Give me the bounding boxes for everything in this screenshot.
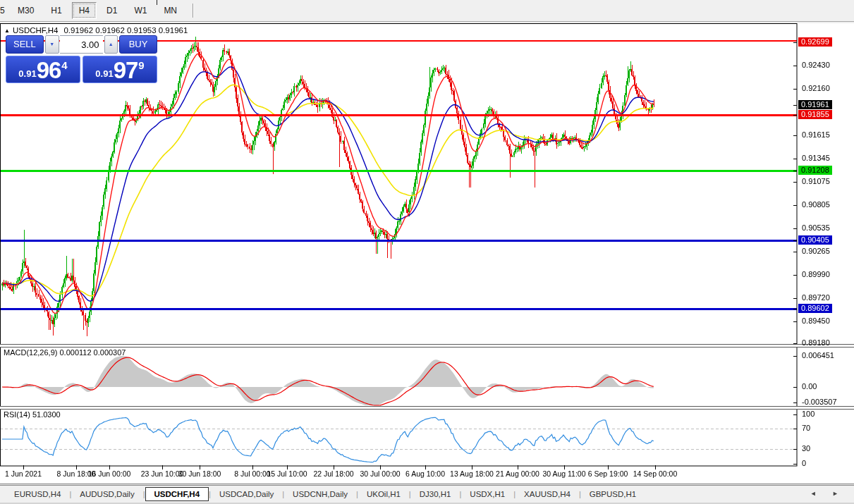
chart-tab-usdx[interactable]: USDX,H1 [461, 487, 513, 501]
timeframe-button-mn[interactable]: MN [157, 2, 184, 19]
chart-bottom-border [0, 484, 854, 484]
chart-tab-eurusd[interactable]: EURUSD,H4 [6, 487, 69, 501]
rsi-panel-separator[interactable] [0, 406, 854, 410]
volume-decrease-button[interactable]: ▼ [45, 35, 59, 54]
one-click-trading-panel: SELL ▼ ▲ BUY 0.91964 0.91979 [6, 35, 157, 83]
chart-tab-usdcnh[interactable]: USDCNH,Daily [284, 487, 356, 501]
time-axis-label: 13 Aug 18:00 [450, 469, 494, 478]
sell-price-display[interactable]: 0.91964 [6, 56, 80, 83]
timeframe-button-d1[interactable]: D1 [99, 2, 124, 19]
timeframe-button-w1[interactable]: W1 [127, 2, 154, 19]
buy-price-prefix: 0.91 [95, 68, 113, 79]
price-level-badge: 0.89602 [798, 304, 832, 313]
macd-indicator-label: MACD(12,26,9) 0.000112 0.000307 [4, 348, 126, 357]
toolbar-separator [193, 4, 194, 18]
price-axis-label: 0.89180 [802, 338, 830, 348]
price-axis-label: 0.90805 [802, 200, 830, 209]
price-level-badge: 0.92699 [798, 37, 832, 47]
sell-button[interactable]: SELL [6, 35, 44, 54]
chart-tab-ukoil[interactable]: UKOil,H1 [358, 487, 409, 501]
chart-symbol-label: USDCHF,H4 [13, 26, 59, 35]
buy-price-pip: 9 [138, 59, 144, 71]
price-axis-label: 0.006451 [802, 351, 834, 360]
price-axis-label: 0.92160 [802, 84, 830, 93]
chart-tab-usdcad[interactable]: USDCAD,Daily [211, 487, 282, 501]
price-level-badge: 0.91208 [798, 166, 832, 175]
price-axis-label: 0.91075 [802, 177, 830, 186]
tab-scroll-arrows[interactable]: ◄ ► [810, 490, 846, 497]
sell-price-prefix: 0.91 [18, 68, 36, 79]
timeframe-toolbar: 5M30H1H4D1W1MN [0, 0, 854, 22]
time-axis-label: 21 Aug 00:00 [496, 469, 539, 478]
chart-tab-bar: EURUSD,H4|AUDUSD,Daily|USDCHF,H4|USDCAD,… [0, 485, 854, 503]
price-axis-label: 70 [802, 424, 810, 433]
chart-window: ▲USDCHF,H40.91962 0.91962 0.91953 0.9196… [0, 23, 854, 484]
timeframe-button-h1[interactable]: H1 [44, 2, 68, 19]
price-axis-label: 0.89720 [802, 293, 830, 302]
collapse-icon[interactable]: ▲ [4, 27, 10, 34]
price-axis-label: 0.91345 [802, 154, 830, 163]
trading-platform-window: 5M30H1H4D1W1MN ▲USDCHF,H40.91962 0.91962… [0, 0, 854, 504]
time-axis: 1 Jun 20218 Jun 18:0016 Jun 00:0023 Jun … [0, 469, 798, 484]
price-axis-label: 0.89990 [802, 270, 830, 279]
volume-increase-button[interactable]: ▲ [104, 35, 118, 54]
buy-button[interactable]: BUY [119, 35, 157, 54]
time-axis-label: 15 Jul 10:00 [267, 469, 307, 478]
timeframe-button-m30[interactable]: M30 [11, 2, 41, 19]
rsi-indicator-label: RSI(14) 51.0300 [4, 410, 61, 419]
price-chart-canvas[interactable] [0, 23, 798, 484]
buy-price-display[interactable]: 0.91979 [83, 56, 157, 83]
price-axis: 0.926990.924300.921600.919610.918550.916… [798, 23, 854, 484]
price-level-badge: 0.91961 [798, 100, 832, 109]
price-axis-label: 0.90265 [802, 247, 830, 256]
sell-price-pip: 4 [61, 59, 67, 71]
price-axis-label: 30 [802, 444, 810, 453]
window-edge-artifact [157, 0, 157, 5]
chart-tab-usdchf[interactable]: USDCHF,H4 [145, 487, 209, 501]
time-axis-label: 30 Aug 11:00 [542, 469, 585, 478]
time-axis-label: 16 Jun 00:00 [88, 469, 131, 478]
price-axis-label: 0 [802, 459, 806, 468]
time-axis-label: 30 Jul 00:00 [360, 469, 400, 478]
time-axis-label: 22 Jul 18:00 [313, 469, 353, 478]
chart-tab-dj30[interactable]: DJ30,H1 [411, 487, 460, 501]
buy-price-big: 97 [114, 59, 138, 82]
price-axis-label: 0.90535 [802, 223, 830, 233]
timeframe-button-h4[interactable]: H4 [72, 2, 97, 19]
timeframe-button-5[interactable]: 5 [0, 2, 8, 19]
time-axis-label: 8 Jul 00:00 [234, 469, 270, 478]
price-axis-label: 0.91615 [802, 130, 830, 140]
chart-tab-xauusd[interactable]: XAUUSD,H4 [516, 487, 579, 501]
time-axis-label: 6 Aug 10:00 [405, 469, 445, 478]
price-level-badge: 0.91855 [798, 110, 832, 119]
chart-ohlc-values: 0.91962 0.91962 0.91953 0.91961 [63, 26, 188, 35]
price-level-badge: 0.90405 [798, 235, 832, 245]
volume-input[interactable] [60, 35, 103, 54]
price-axis-label: 0.92430 [802, 61, 830, 70]
chart-tab-audusd[interactable]: AUDUSD,Daily [71, 487, 142, 501]
chart-header: ▲USDCHF,H40.91962 0.91962 0.91953 0.9196… [4, 26, 188, 35]
time-axis-label: 6 Sep 19:00 [588, 469, 628, 478]
price-axis-label: -0.003507 [802, 398, 837, 407]
chart-tab-gbpusd[interactable]: GBPUSD,H1 [581, 487, 645, 501]
price-axis-label: 0.00 [802, 382, 817, 391]
time-axis-label: 23 Jun 10:00 [141, 469, 184, 478]
sell-price-big: 96 [37, 59, 61, 82]
time-axis-label: 14 Sep 00:00 [633, 469, 677, 478]
price-axis-label: 100 [802, 410, 815, 419]
time-axis-label: 1 Jun 2021 [5, 469, 42, 478]
time-axis-label: 30 Jun 18:00 [178, 469, 221, 478]
price-axis-label: 0.89450 [802, 316, 830, 326]
macd-panel-separator[interactable] [0, 344, 854, 348]
